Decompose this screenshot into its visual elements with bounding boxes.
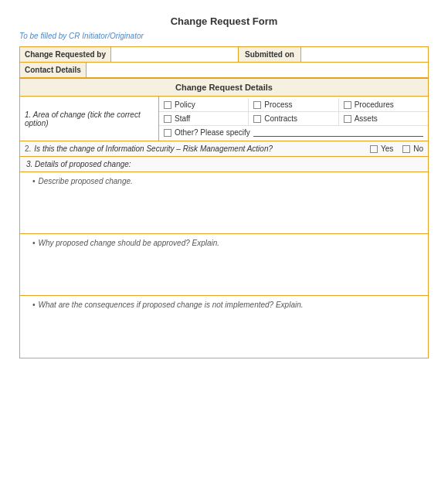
page-title: Change Request Form xyxy=(19,15,429,27)
yes-no-group: Yes No xyxy=(370,144,423,153)
change-requested-label: Change Requested by xyxy=(20,47,111,62)
other-label: Other? Please specify xyxy=(175,128,250,137)
policy-label: Policy xyxy=(175,100,195,109)
change-requested-value[interactable] xyxy=(111,47,239,62)
no-option[interactable]: No xyxy=(402,144,423,153)
subtitle: To be filled by CR Initiator/Originator xyxy=(19,32,429,40)
staff-checkbox xyxy=(164,115,171,123)
header-row: Change Requested by Submitted on xyxy=(20,47,428,63)
procedures-checkbox xyxy=(344,101,351,109)
details-header: Change Request Details xyxy=(20,79,428,97)
no-checkbox xyxy=(402,145,410,153)
other-specify-line[interactable] xyxy=(253,129,423,137)
area-label: 1. Area of change (tick the correct opti… xyxy=(20,97,159,141)
submitted-on-value[interactable] xyxy=(301,47,428,62)
consequences-text: What are the consequences if proposed ch… xyxy=(39,301,304,309)
contracts-checkbox xyxy=(253,115,261,123)
describe-text: Describe proposed change. xyxy=(39,177,133,185)
describe-change-content[interactable]: • Describe proposed change. xyxy=(20,172,428,234)
assets-label: Assets xyxy=(355,114,378,123)
contact-label: Contact Details xyxy=(20,63,87,77)
submitted-on-label: Submitted on xyxy=(239,47,301,62)
bullet-icon-3: • xyxy=(32,301,36,309)
why-bullet: • Why proposed change should be approved… xyxy=(32,237,416,249)
bullet-icon-2: • xyxy=(32,239,36,247)
area-of-change-row: 1. Area of change (tick the correct opti… xyxy=(20,97,428,141)
options-row-2: Staff Contracts Assets xyxy=(159,112,428,126)
options-row-1: Policy Process Procedures xyxy=(159,98,428,112)
describe-bullet: • Describe proposed change. xyxy=(32,175,416,187)
procedures-label: Procedures xyxy=(355,100,394,109)
details-section: Change Request Details 1. Area of change… xyxy=(20,78,428,358)
details-header-row: 3. Details of proposed change: xyxy=(20,157,428,172)
yes-checkbox xyxy=(370,145,378,153)
assets-checkbox xyxy=(344,115,351,123)
consequences-bullet: • What are the consequences if proposed … xyxy=(32,299,416,311)
form-container: Change Requested by Submitted on Contact… xyxy=(19,46,429,358)
why-text: Why proposed change should be approved? … xyxy=(39,239,220,247)
policy-option[interactable]: Policy xyxy=(159,98,249,111)
policy-checkbox xyxy=(164,101,171,109)
other-checkbox xyxy=(164,129,171,137)
assets-option[interactable]: Assets xyxy=(339,112,428,125)
other-row: Other? Please specify xyxy=(159,126,428,139)
area-options: Policy Process Procedures Staff xyxy=(159,97,428,141)
info-security-row: 2. Is this the change of Information Sec… xyxy=(20,141,428,157)
no-label: No xyxy=(413,144,423,153)
procedures-option[interactable]: Procedures xyxy=(339,98,428,111)
contact-row: Contact Details xyxy=(20,63,428,78)
yes-label: Yes xyxy=(381,144,393,153)
bullet-icon-1: • xyxy=(32,177,36,185)
why-change-content[interactable]: • Why proposed change should be approved… xyxy=(20,234,428,296)
info-security-question: Is this the change of Information Securi… xyxy=(34,144,370,153)
contact-value[interactable] xyxy=(87,63,428,77)
process-option[interactable]: Process xyxy=(249,98,338,111)
contracts-label: Contracts xyxy=(264,114,297,123)
details-header-text: 3. Details of proposed change: xyxy=(26,160,131,168)
staff-label: Staff xyxy=(175,114,190,123)
consequences-content[interactable]: • What are the consequences if proposed … xyxy=(20,296,428,358)
staff-option[interactable]: Staff xyxy=(159,112,249,125)
contracts-option[interactable]: Contracts xyxy=(249,112,338,125)
info-security-number: 2. xyxy=(25,144,31,153)
process-checkbox xyxy=(253,101,261,109)
yes-option[interactable]: Yes xyxy=(370,144,393,153)
process-label: Process xyxy=(264,100,292,109)
